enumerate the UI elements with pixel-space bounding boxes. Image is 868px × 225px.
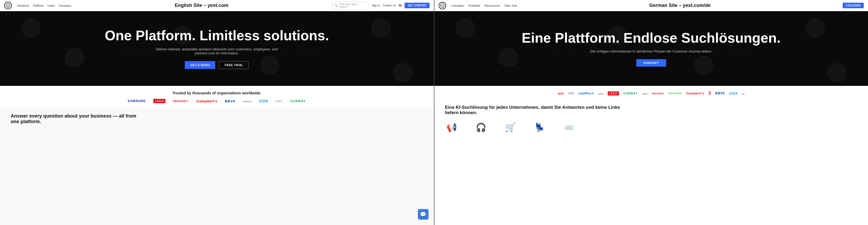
german-logos-row: yext VWR LashPlus✦ ▬▬ LEGO SUBWAY ▬▬ ver…: [558, 91, 745, 96]
trusted-title: Trusted by thousands of organizations wo…: [172, 91, 261, 95]
yext-logo-en[interactable]: Y: [4, 2, 12, 9]
german-nav-links: Lösungen Produkte Ressourcen Über Yext: [452, 4, 517, 7]
german-hero: Eine Plattform. Endlose Suchlösungen. Di…: [434, 11, 868, 86]
german-nav: Y Lösungen Produkte Ressourcen Über Yext…: [434, 0, 868, 11]
svg-text:Y: Y: [7, 5, 9, 7]
svg-text:Y: Y: [442, 5, 443, 7]
english-hero-title: One Platform. Limitless solutions.: [105, 28, 329, 43]
get-demo-button[interactable]: GET A DEMO: [185, 61, 215, 69]
signin-link[interactable]: Sign In: [372, 4, 380, 7]
english-logos-row: SAMSUNG LEGO verizon✓ Campbell's BBVA ▬▬…: [128, 99, 306, 103]
german-logo-three: 3: [709, 91, 711, 96]
german-logo-generic1: ▬▬: [598, 92, 603, 95]
get-started-button[interactable]: GET STARTED: [405, 3, 430, 8]
nav-learn[interactable]: Learn: [48, 4, 55, 7]
german-logo-verizon: verizon: [652, 92, 664, 95]
contact-link[interactable]: Contact Us: [383, 4, 396, 7]
german-logo-cox: COX: [729, 91, 738, 95]
german-logo-generic2: ▬▬: [642, 92, 648, 95]
chat-bubble-icon[interactable]: 💬: [418, 209, 429, 220]
german-logo-yext: yext: [558, 92, 563, 95]
english-bottom-section: Answer every question about your busines…: [0, 108, 434, 225]
english-nav-links: Solutions Platform Learn Company: [17, 4, 71, 7]
verizon-logo: verizon✓: [173, 99, 189, 103]
nav-company[interactable]: Company: [59, 4, 71, 7]
nav-losungen[interactable]: Lösungen: [452, 4, 464, 7]
icon-cart: 🛒: [504, 121, 517, 134]
subway-logo: SUBWAY: [290, 99, 306, 103]
kontakt-button[interactable]: KONTAKT: [636, 59, 666, 67]
nav-platform[interactable]: Platform: [33, 4, 44, 7]
german-bottom-section: Eine KI-Suchlösung für jedes Unternehmen…: [434, 100, 868, 225]
english-trusted-section: Trusted by thousands of organizations wo…: [0, 86, 434, 108]
samsung-logo: SAMSUNG: [128, 99, 146, 103]
german-logo-lashplus: LashPlus✦: [579, 92, 594, 95]
icon-headset: 🎧: [474, 121, 488, 134]
german-logo-vwr: VWR: [568, 92, 574, 95]
chair-icon: 💺: [533, 121, 547, 134]
german-icons-row: 📢 🎧 🛒 💺 ⌨️: [445, 121, 858, 134]
german-hero-background: [434, 11, 868, 86]
search-placeholder: How can I get a Demo?: [339, 3, 366, 8]
yext-logo-de[interactable]: Y: [439, 2, 446, 9]
german-panel: Y Lösungen Produkte Ressourcen Über Yext…: [434, 0, 868, 225]
flag-icon: 🇺🇸: [399, 4, 402, 7]
german-site-label: German Site – yext.com/de: [522, 3, 837, 8]
cox-logo: COX: [259, 99, 268, 103]
english-hero-subtitle: Deliver relevant, actionable answers whe…: [150, 47, 283, 55]
german-logo-generic3: ▬: [742, 92, 745, 95]
english-search-bar[interactable]: 🔍 How can I get a Demo?: [332, 2, 369, 9]
german-hero-title: Eine Plattform. Endlose Suchlösungen.: [522, 30, 780, 45]
german-logo-campbells: Campbell's: [686, 92, 704, 95]
german-hero-buttons: KONTAKT: [636, 59, 666, 67]
english-nav-right-links: Sign In Contact Us 🇺🇸: [372, 4, 402, 7]
english-nav: Y Solutions Platform Learn Company Engli…: [0, 0, 434, 11]
nav-uber-yext[interactable]: Über Yext: [504, 4, 517, 7]
campbells-logo: Campbell's: [196, 99, 217, 103]
english-hero-buttons: GET A DEMO FREE TRIAL: [185, 61, 249, 69]
lego-logo: LEGO: [153, 99, 165, 103]
german-bottom-title: Eine KI-Suchlösung für jedes Unternehmen…: [445, 105, 632, 116]
german-trusted-section: yext VWR LashPlus✦ ▬▬ LEGO SUBWAY ▬▬ ver…: [434, 86, 868, 100]
english-nav-right: 🔍 How can I get a Demo? Sign In Contact …: [332, 2, 429, 9]
icon-code: ⌨️: [562, 121, 576, 134]
german-logo-bbva: BBVA: [715, 91, 725, 95]
generic-logo-2: ⊙⊙⊙: [276, 100, 283, 103]
nav-solutions[interactable]: Solutions: [17, 4, 29, 7]
english-bottom-title: Answer every question about your busines…: [11, 113, 144, 125]
generic-logo-1: ▬▬▬: [243, 100, 252, 103]
nav-produkte[interactable]: Produkte: [468, 4, 480, 7]
nav-ressourcen[interactable]: Ressourcen: [485, 4, 500, 7]
bbva-logo: BBVA: [225, 99, 236, 103]
german-hero-grid-svg: [434, 11, 868, 86]
german-logo-lego: LEGO: [608, 91, 619, 95]
german-logo-chirohealth: ChiroHealth: [668, 92, 682, 95]
cart-icon: 🛒: [504, 121, 517, 134]
icon-chair: 💺: [533, 121, 547, 134]
english-site-label: English Site – yext.com: [76, 3, 327, 8]
code-icon: ⌨️: [562, 121, 576, 134]
free-trial-button[interactable]: FREE TRIAL: [219, 61, 249, 69]
megaphone-icon: 📢: [445, 121, 458, 134]
german-hero-subtitle: Die richtigen Informationen in sämtliche…: [590, 49, 712, 53]
loslegen-button[interactable]: LOSLEGEN: [843, 3, 864, 8]
icon-megaphone: 📢: [445, 121, 458, 134]
english-hero: One Platform. Limitless solutions. Deliv…: [0, 11, 434, 86]
german-logo-subway: SUBWAY: [623, 92, 638, 95]
headset-icon: 🎧: [474, 121, 488, 134]
english-panel: Y Solutions Platform Learn Company Engli…: [0, 0, 434, 225]
